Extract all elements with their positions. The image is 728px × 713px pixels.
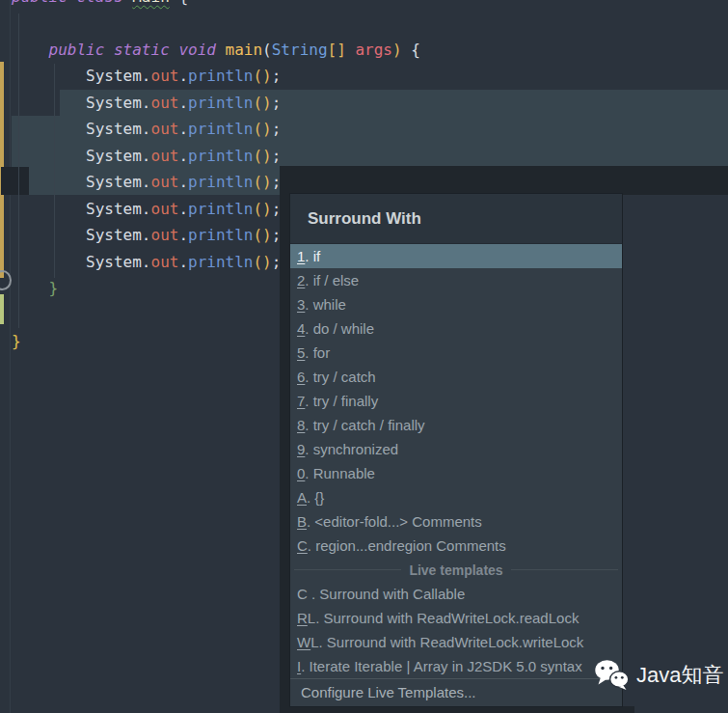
code-token: System. (12, 120, 151, 138)
mnemonic: A (297, 489, 307, 506)
popup-shadow (289, 706, 634, 713)
code-token: () (253, 120, 271, 138)
popup-live-item-list: C . Surround with CallableRL. Surround w… (290, 582, 622, 678)
code-line: System.out.println(); (12, 249, 281, 276)
code-token: String (272, 41, 328, 59)
popup-item-list: 1. if2. if / else3. while4. do / while5.… (290, 244, 622, 558)
popup-item-editor-fold-comments[interactable]: B. <editor-fold...> Comments (290, 509, 622, 534)
code-token: out (151, 67, 179, 85)
surround-with-popup: Surround With 1. if2. if / else3. while4… (289, 193, 623, 707)
popup-item-label: . if / else (305, 272, 359, 288)
popup-item-runnable[interactable]: 0. Runnable (290, 461, 622, 485)
code-token: . (178, 173, 188, 191)
code-token: [] (328, 41, 346, 59)
vcs-added-strip (0, 294, 4, 324)
code-token: Main (132, 0, 170, 6)
popup-item-try-finally[interactable]: 7. try / finally (290, 389, 622, 413)
code-token: . (178, 120, 188, 138)
code-token: System. (12, 226, 151, 244)
code-token (170, 0, 179, 6)
separator-line (511, 569, 618, 570)
popup-item-label: . Runnable (305, 465, 375, 481)
code-token: () (253, 147, 271, 165)
code-token: out (151, 173, 179, 191)
code-token: () (253, 67, 271, 85)
popup-item-label: L. Surround with ReadWriteLock.readLock (308, 610, 580, 626)
popup-item-braces[interactable]: A. {} (290, 485, 622, 509)
popup-item-while[interactable]: 3. while (290, 292, 622, 316)
popup-item-iterate-iterable[interactable]: I. Iterate Iterable | Array in J2SDK 5.0… (290, 654, 622, 678)
popup-item-surround-with-callable[interactable]: C . Surround with Callable (290, 582, 622, 606)
code-token: println (188, 120, 253, 138)
code-token: () (253, 253, 271, 271)
popup-item-label: . Surround with Callable (308, 586, 465, 602)
code-token: println (188, 67, 253, 85)
code-line: System.out.println(); (12, 222, 281, 249)
popup-item-synchronized[interactable]: 9. synchronized (290, 437, 622, 461)
popup-title: Surround With (290, 194, 622, 244)
code-token: () (253, 94, 271, 112)
code-token: out (151, 147, 179, 165)
code-token: out (151, 94, 179, 112)
mnemonic: C (297, 586, 308, 602)
code-line: } (12, 275, 58, 302)
popup-item-label: . region...endregion Comments (308, 537, 506, 554)
code-token: . (178, 94, 188, 112)
code-token: System. (12, 253, 151, 271)
popup-item-label: . Iterate Iterable | Array in J2SDK 5.0 … (301, 658, 582, 674)
code-token: . (178, 253, 188, 271)
code-token: println (188, 173, 253, 191)
separator-line (294, 569, 401, 570)
mnemonic: W (297, 634, 310, 650)
code-token: out (151, 200, 179, 218)
code-token: . (178, 67, 188, 85)
popup-item-readwritelock-readlock[interactable]: RL. Surround with ReadWriteLock.readLock (290, 606, 622, 630)
popup-item-label: . try / catch / finally (305, 417, 424, 433)
live-templates-label: Live templates (401, 562, 510, 578)
code-token: System. (12, 147, 151, 165)
popup-item-region-comments[interactable]: C. region...endregion Comments (290, 534, 622, 558)
code-line: } (12, 328, 21, 355)
mnemonic: R (297, 610, 308, 626)
popup-item-label: . {} (307, 489, 324, 506)
code-token: } (12, 332, 21, 350)
popup-item-for[interactable]: 5. for (290, 341, 622, 365)
code-token: ; (272, 67, 282, 85)
code-token: public class (12, 0, 123, 6)
watermark: Java知音 (594, 659, 723, 691)
code-token: { (402, 41, 420, 59)
popup-item-if-else[interactable]: 2. if / else (290, 268, 622, 292)
popup-item-try-catch-finally[interactable]: 8. try / catch / finally (290, 413, 622, 437)
code-line: public class Main { (12, 0, 188, 11)
code-token: println (188, 226, 253, 244)
popup-item-try-catch[interactable]: 6. try / catch (290, 365, 622, 389)
code-token: out (151, 120, 179, 138)
popup-item-readwritelock-writelock[interactable]: WL. Surround with ReadWriteLock.writeLoc… (290, 630, 622, 654)
code-token: System. (12, 173, 151, 191)
popup-item-label: . <editor-fold...> Comments (307, 513, 482, 530)
code-token (123, 0, 133, 6)
code-token: . (178, 200, 188, 218)
popup-item-if[interactable]: 1. if (290, 244, 622, 268)
code-line: System.out.println(); (12, 63, 281, 90)
code-token: System. (12, 200, 151, 218)
code-line: System.out.println(); (12, 143, 281, 170)
code-token: public static void (49, 41, 216, 59)
code-token: . (178, 147, 188, 165)
code-token: ) (392, 41, 402, 59)
live-templates-separator: Live templates (290, 558, 622, 582)
popup-item-do-while[interactable]: 4. do / while (290, 316, 622, 341)
code-token (12, 279, 49, 297)
popup-item-label: . try / finally (305, 393, 378, 409)
watermark-label: Java知音 (636, 661, 723, 690)
configure-live-templates-item[interactable]: Configure Live Templates... (290, 678, 622, 706)
code-token: println (188, 200, 253, 218)
popup-item-label: . do / while (305, 320, 374, 337)
code-token: } (49, 279, 59, 297)
mnemonic: C (297, 537, 308, 554)
popup-item-label: . synchronized (305, 441, 398, 457)
code-token: args (355, 41, 392, 59)
code-token: main (226, 41, 263, 59)
popup-shadow (280, 195, 289, 713)
wechat-icon (594, 659, 630, 691)
